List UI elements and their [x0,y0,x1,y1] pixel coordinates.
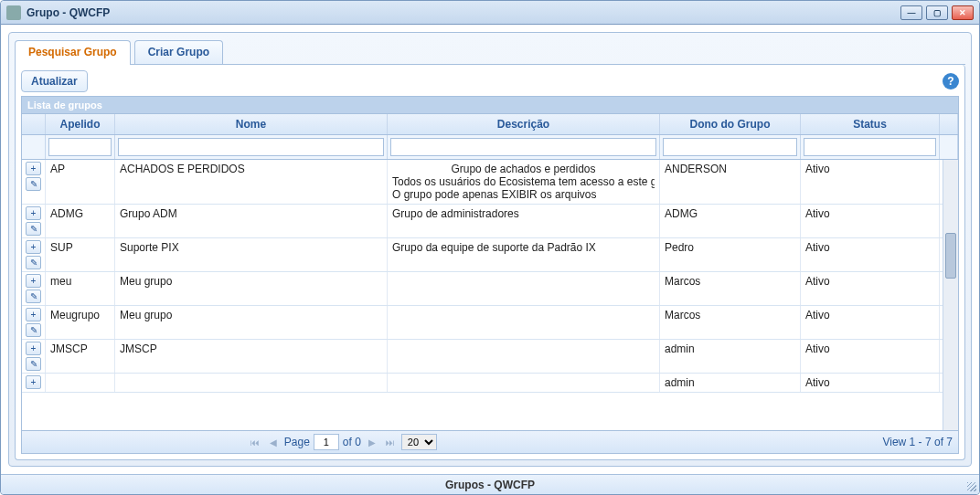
cell-descricao [388,374,660,392]
footer-bar: Grupos - QWCFP [1,474,979,494]
cell-nome: JMSCP [115,340,388,373]
scrollbar-thumb[interactable] [945,233,956,279]
tab-panel-pesquisar: Atualizar ? Lista de grupos Apelido Nome… [15,65,965,460]
refresh-button[interactable]: Atualizar [21,70,88,92]
help-icon[interactable]: ? [943,73,959,90]
pager-first-icon[interactable]: ⏮ [248,435,262,449]
row-add-button[interactable]: + [26,375,41,389]
minimize-icon: — [908,8,916,17]
window-controls: — ▢ ✕ [900,5,974,20]
row-add-button[interactable]: + [26,240,41,254]
col-nome[interactable]: Nome [115,114,388,134]
cell-descricao: Grupo de achados e perdidosTodos os usuá… [388,160,660,204]
row-add-button[interactable]: + [26,274,41,288]
cell-nome: ACHADOS E PERDIDOS [115,160,388,204]
pager-next-icon[interactable]: ▶ [365,435,379,449]
cell-apelido: SUP [46,238,115,271]
row-edit-button[interactable]: ✎ [26,177,41,191]
cell-nome: Meu grupo [115,272,388,305]
cell-apelido [46,374,115,392]
col-apelido[interactable]: Apelido [46,114,115,134]
row-edit-button[interactable]: ✎ [26,256,41,269]
row-actions: +✎ [22,160,46,204]
table-row[interactable]: +✎ADMGGrupo ADMGrupo de administradoresA… [22,205,943,238]
row-add-button[interactable]: + [26,206,41,220]
tabs: Pesquisar Grupo Criar Grupo [9,33,971,64]
cell-status: Ativo [801,306,940,339]
filter-actions [22,135,46,159]
cell-status: Ativo [801,340,940,373]
col-descricao[interactable]: Descrição [388,114,660,134]
resize-grip-icon[interactable] [967,482,976,491]
table-row[interactable]: +✎SUPSuporte PIXGrupo da equipe de supor… [22,238,943,272]
pager-prev-icon[interactable]: ◀ [266,435,281,449]
cell-status: Ativo [801,272,940,305]
desc-line: O grupo pode apenas EXIBIR os arquivos [392,188,655,201]
table-row[interactable]: +✎meuMeu grupoMarcosAtivo [22,272,943,306]
desc-line: Grupo da equipe de suporte da Padrão IX [392,241,655,254]
app-icon [6,5,21,20]
row-actions: + [22,374,46,392]
col-actions [22,114,46,134]
titlebar[interactable]: Grupo - QWCFP — ▢ ✕ [1,1,979,25]
grid-body-wrap: +✎APACHADOS E PERDIDOSGrupo de achados e… [22,160,958,430]
row-actions: +✎ [22,340,46,373]
cell-apelido: ADMG [46,205,115,237]
filter-descricao[interactable] [390,138,656,156]
cell-status: Ativo [801,374,940,392]
pager-page-input[interactable] [314,434,339,450]
vertical-scrollbar[interactable] [943,160,958,430]
filter-dono[interactable] [663,138,797,156]
desc-line: Grupo de administradores [392,207,655,220]
close-button[interactable]: ✕ [952,5,974,20]
row-edit-button[interactable]: ✎ [26,290,41,303]
desc-line: Todos os usuários do Ecosistema tem aces… [392,175,655,188]
grid-caption: Lista de grupos [22,97,958,114]
toolbar: Atualizar ? [21,70,959,92]
table-row[interactable]: +✎MeugrupoMeu grupoMarcosAtivo [22,306,943,340]
row-add-button[interactable]: + [26,342,41,355]
footer-title: Grupos - QWCFP [445,479,535,491]
cell-nome [115,374,388,392]
cell-descricao: Grupo da equipe de suporte da Padrão IX [388,238,660,271]
cell-apelido: AP [46,160,115,204]
tab-criar-grupo[interactable]: Criar Grupo [134,40,223,64]
cell-nome: Meu grupo [115,306,388,339]
cell-status: Ativo [801,238,940,271]
minimize-button[interactable]: — [900,5,922,20]
table-row[interactable]: +✎JMSCPJMSCPadminAtivo [22,340,943,374]
row-add-button[interactable]: + [26,162,41,175]
row-edit-button[interactable]: ✎ [26,222,41,236]
col-status[interactable]: Status [801,114,940,134]
filter-nome[interactable] [118,138,384,156]
pager-view-label: View 1 - 7 of 7 [882,436,953,448]
filter-apelido[interactable] [48,138,112,156]
filter-status[interactable] [804,138,936,156]
maximize-icon: ▢ [933,8,942,17]
pager-page-label: Page [284,436,310,448]
pager-last-icon[interactable]: ⏭ [383,435,398,449]
cell-dono: Pedro [660,238,801,271]
window-body: Pesquisar Grupo Criar Grupo Atualizar ? … [1,25,979,474]
cell-dono: admin [660,340,801,373]
table-row[interactable]: +adminAtivo [22,374,943,393]
cell-apelido: Meugrupo [46,306,115,339]
row-edit-button[interactable]: ✎ [26,323,41,337]
grid-body: +✎APACHADOS E PERDIDOSGrupo de achados e… [22,160,943,430]
row-edit-button[interactable]: ✎ [26,357,41,371]
cell-descricao [388,272,660,305]
tab-pesquisar-grupo[interactable]: Pesquisar Grupo [15,40,131,64]
pager-of-label: of 0 [343,436,361,448]
row-add-button[interactable]: + [26,308,41,321]
cell-dono: Marcos [660,306,801,339]
maximize-button[interactable]: ▢ [926,5,948,20]
app-window: Grupo - QWCFP — ▢ ✕ Pesquisar Grupo Cria… [0,0,980,495]
pager-rows-select[interactable]: 20 [401,434,437,450]
table-row[interactable]: +✎APACHADOS E PERDIDOSGrupo de achados e… [22,160,943,205]
pager: ⏮ ◀ Page of 0 ▶ ⏭ 20 View 1 - 7 of 7 [22,430,958,453]
window-title: Grupo - QWCFP [27,6,900,19]
cell-dono: Marcos [660,272,801,305]
row-actions: +✎ [22,306,46,339]
col-dono[interactable]: Dono do Grupo [660,114,801,134]
cell-descricao: Grupo de administradores [388,205,660,237]
